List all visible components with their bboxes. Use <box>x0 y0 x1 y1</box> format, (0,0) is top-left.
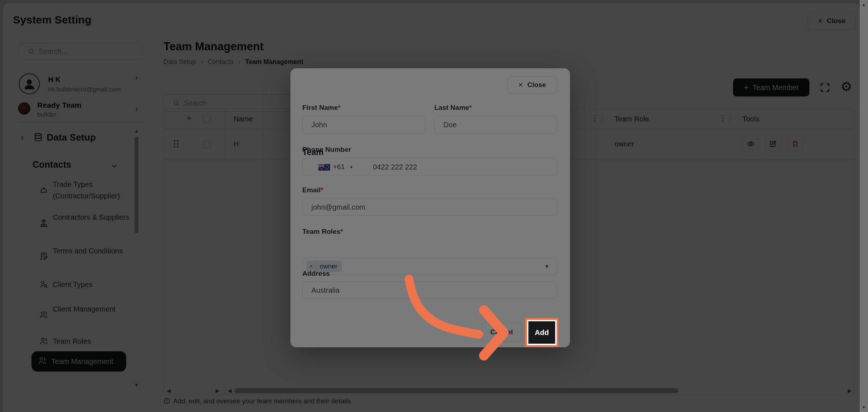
team-roles-select[interactable]: × owner ▼ <box>302 258 557 275</box>
team-roles-label: Team Roles* <box>302 228 343 236</box>
address-label: Address <box>302 270 330 278</box>
caret-down-icon[interactable]: ▾ <box>350 158 353 176</box>
address-input[interactable] <box>302 282 557 299</box>
required-mark: * <box>340 228 343 235</box>
modal-close-button[interactable]: × Close <box>507 76 557 94</box>
scroll-down-icon[interactable]: ▼ <box>862 405 866 410</box>
dropdown-caret-icon[interactable]: ▼ <box>544 258 549 275</box>
phone-label: Phone Number <box>302 146 351 154</box>
email-input[interactable] <box>302 198 557 216</box>
phone-input[interactable]: +61 ▾ 0422 222 222 <box>302 158 557 176</box>
add-button-highlight: Add <box>525 318 558 347</box>
required-mark: * <box>338 104 340 111</box>
first-name-label: First Name* <box>302 104 341 112</box>
modal-close-label: Close <box>527 81 546 89</box>
scroll-up-icon[interactable]: ▲ <box>862 2 866 7</box>
phone-value[interactable]: 0422 222 222 <box>373 158 417 176</box>
team-modal: Team × Close First Name* Last Name* Phon… <box>290 68 570 347</box>
first-name-input[interactable] <box>302 116 425 134</box>
page-scrollbar[interactable]: ▲ ▼ <box>860 0 868 412</box>
email-label: Email* <box>302 186 323 194</box>
last-name-input[interactable] <box>434 116 557 134</box>
last-name-label: Last Name* <box>434 104 472 112</box>
cancel-label: Cancel <box>490 328 513 336</box>
country-code[interactable]: +61 <box>333 158 345 176</box>
required-mark: * <box>321 186 323 194</box>
required-mark: * <box>469 104 472 111</box>
add-button[interactable]: Add <box>535 329 549 337</box>
close-icon: × <box>518 81 523 89</box>
cancel-button[interactable]: Cancel <box>481 323 522 342</box>
screen: System Setting × Close H K hk.buildmacro… <box>0 0 868 412</box>
australia-flag-icon <box>318 164 330 172</box>
